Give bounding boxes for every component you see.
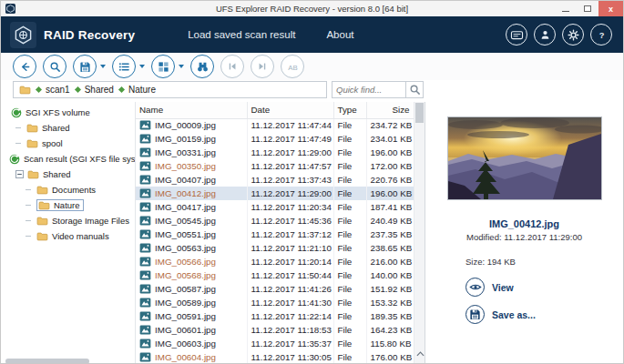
breadcrumb-item-nature[interactable]: Nature — [119, 85, 156, 95]
file-type: File — [333, 118, 366, 132]
tree-horizontal-scrollbar[interactable] — [5, 359, 89, 364]
tree-item-documents[interactable]: Documents — [1, 182, 135, 197]
close-button[interactable]: x — [598, 1, 623, 16]
scrollbar-thumb[interactable] — [415, 103, 424, 123]
file-row-img-00417-jpg[interactable]: IMG_00417.jpg11.12.2017 11:20:34File187.… — [136, 200, 414, 214]
file-date: 11.12.2017 11:41:26 — [247, 282, 333, 296]
file-size: 216.00 KB — [366, 255, 414, 268]
tree-panel: SGI XFS volumeSharedspoolScan result (SG… — [1, 102, 136, 364]
maximize-button[interactable] — [577, 1, 598, 16]
next-result-button[interactable] — [251, 55, 274, 78]
user-icon[interactable] — [534, 24, 556, 46]
minimize-button[interactable] — [555, 1, 577, 16]
tree-item-shared[interactable]: Shared — [1, 120, 135, 136]
tree-item-sgi-xfs-volume[interactable]: SGI XFS volume — [1, 105, 135, 120]
view-options-button[interactable] — [112, 55, 136, 78]
previous-result-button-group — [220, 55, 244, 78]
image-file-icon — [139, 325, 151, 335]
file-row-img-00601-jpg[interactable]: IMG_00601.jpg11.12.2017 11:18:53File164.… — [136, 323, 414, 337]
file-name: IMG_00568.jpg — [155, 270, 216, 280]
quick-find-input[interactable] — [332, 82, 405, 97]
previous-result-button[interactable] — [220, 55, 244, 78]
file-type: File — [333, 214, 366, 228]
view-button[interactable]: View — [465, 278, 536, 297]
file-row-img-00566-jpg[interactable]: IMG_00566.jpg11.12.2017 11:20:14File216.… — [136, 255, 414, 268]
save-as-button[interactable]: Save as... — [465, 305, 536, 324]
menu-about[interactable]: About — [326, 29, 353, 40]
tree-item-nature[interactable]: Nature — [1, 197, 135, 213]
file-size: 187.41 KB — [366, 200, 414, 214]
tree-item-scan-result-sgi-xfs-file-system-3-72-gb[interactable]: Scan result (SGI XFS file system; 3.72 G… — [1, 151, 135, 167]
column-header-size[interactable]: Size — [366, 102, 414, 118]
file-row-img-00551-jpg[interactable]: IMG_00551.jpg11.12.2017 11:37:12File237.… — [136, 228, 414, 241]
file-row-img-00568-jpg[interactable]: IMG_00568.jpg11.12.2017 11:50:44File140.… — [136, 268, 414, 282]
file-date: 11.12.2017 11:47:49 — [247, 132, 333, 146]
file-date: 11.12.2017 11:47:44 — [247, 118, 333, 132]
file-name: IMG_00009.jpg — [155, 120, 216, 130]
file-row-img-00331-jpg[interactable]: IMG_00331.jpg11.12.2017 11:29:00File196.… — [136, 146, 414, 159]
view-options-button-group — [112, 55, 145, 78]
dropdown-caret-icon[interactable] — [139, 65, 145, 68]
file-row-img-00587-jpg[interactable]: IMG_00587.jpg11.12.2017 11:41:26File151.… — [136, 282, 414, 296]
main-area: SGI XFS volumeSharedspoolScan result (SG… — [1, 102, 623, 364]
tree-item-label: Video manuals — [52, 231, 109, 241]
column-header-date[interactable]: Date — [247, 102, 333, 118]
tree-item-shared[interactable]: Shared — [1, 167, 135, 182]
main-menu: Load saved scan result About — [188, 29, 353, 40]
file-row-img-00563-jpg[interactable]: IMG_00563.jpg11.12.2017 11:21:10File238.… — [136, 241, 414, 255]
encoding-button[interactable]: AB — [281, 55, 304, 78]
file-row-img-00412-jpg[interactable]: IMG_00412.jpg11.12.2017 11:29:00File196.… — [136, 187, 414, 200]
file-row-img-00591-jpg[interactable]: IMG_00591.jpg11.12.2017 11:22:14File189.… — [136, 309, 414, 323]
file-row-img-00604-jpg[interactable]: IMG_00604.jpg11.12.2017 11:30:05File176.… — [136, 350, 414, 364]
file-row-img-00350-jpg[interactable]: IMG_00350.jpg11.12.2017 11:47:57File172.… — [136, 159, 414, 173]
file-size: 115.80 KB — [366, 337, 414, 350]
file-size: 151.92 KB — [366, 282, 414, 296]
quick-find-search-button[interactable] — [405, 82, 423, 97]
file-row-img-00603-jpg[interactable]: IMG_00603.jpg11.12.2017 11:35:37File115.… — [136, 337, 414, 350]
file-row-img-00589-jpg[interactable]: IMG_00589.jpg11.12.2017 11:41:30File153.… — [136, 296, 414, 309]
thumbnail-view-button[interactable] — [151, 55, 175, 78]
dropdown-caret-icon[interactable] — [179, 65, 184, 68]
back-button[interactable] — [13, 55, 36, 78]
help-icon[interactable]: ? — [590, 24, 612, 46]
save-button[interactable] — [73, 55, 97, 78]
column-header-name[interactable]: Name — [136, 102, 247, 118]
license-card-icon[interactable] — [506, 24, 527, 46]
preview-filename: IMG_00412.jpg — [489, 218, 559, 229]
tree-item-label: SGI XFS volume — [26, 107, 90, 117]
file-row-img-00545-jpg[interactable]: IMG_00545.jpg11.12.2017 11:45:36File240.… — [136, 214, 414, 228]
file-row-img-00009-jpg[interactable]: IMG_00009.jpg11.12.2017 11:47:44File234.… — [136, 118, 414, 132]
file-date: 11.12.2017 11:22:14 — [247, 309, 333, 323]
image-file-icon — [139, 147, 151, 157]
file-type: File — [333, 296, 366, 309]
preview-panel: IMG_00412.jpg Modified: 11.12.2017 11:29… — [425, 102, 623, 364]
breadcrumb-item-shared[interactable]: Shared — [76, 85, 114, 95]
encoding-ab-icon: AB — [286, 62, 300, 72]
column-header-type[interactable]: Type — [333, 102, 366, 118]
file-row-img-00407-jpg[interactable]: IMG_00407.jpg11.12.2017 11:37:43File220.… — [136, 173, 414, 187]
file-row-img-00159-jpg[interactable]: IMG_00159.jpg11.12.2017 11:47:49File234.… — [136, 132, 414, 146]
tree-item-spool[interactable]: spool — [1, 136, 135, 151]
menu-load-saved-scan-result[interactable]: Load saved scan result — [188, 29, 295, 40]
find-button[interactable] — [190, 55, 214, 78]
thumbnails-icon — [158, 61, 169, 73]
settings-gear-icon[interactable] — [562, 24, 584, 46]
file-size: 234.72 KB — [366, 118, 414, 132]
tree-item-storage-image-files[interactable]: Storage Image Files — [1, 213, 135, 228]
breadcrumb-label: Shared — [85, 85, 114, 95]
image-file-icon — [139, 270, 151, 280]
file-type: File — [333, 146, 366, 159]
tree-item-label: Scan result (SGI XFS file system; 3.72 G… — [24, 154, 136, 164]
file-list-scrollbar[interactable] — [414, 102, 425, 364]
scroll-up-icon[interactable] — [415, 344, 425, 360]
image-file-icon — [139, 188, 151, 198]
image-file-icon — [139, 298, 151, 308]
scan-button[interactable] — [43, 55, 66, 78]
file-date: 11.12.2017 11:37:12 — [247, 228, 333, 241]
file-name: IMG_00545.jpg — [155, 216, 216, 226]
tree-item-video-manuals[interactable]: Video manuals — [1, 228, 135, 244]
dropdown-caret-icon[interactable] — [100, 65, 106, 68]
toolbar: AB — [1, 53, 623, 80]
breadcrumb-item-scan1[interactable]: scan1 — [36, 85, 70, 95]
file-date: 11.12.2017 11:35:37 — [247, 337, 333, 350]
